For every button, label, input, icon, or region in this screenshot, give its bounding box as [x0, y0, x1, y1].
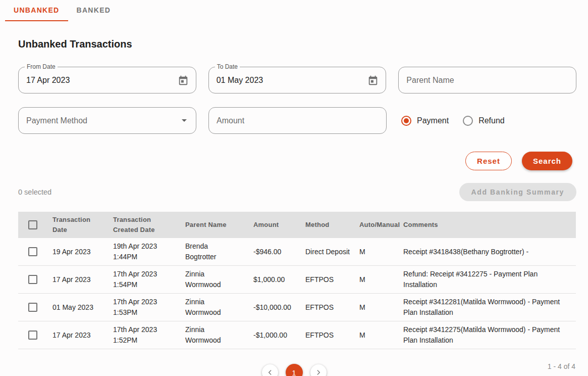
cell-created-date: 17th Apr 2023 1:53PM — [113, 294, 185, 321]
tab-unbanked[interactable]: UNBANKED — [5, 0, 68, 21]
cell-created-date: 17th Apr 2023 1:54PM — [113, 266, 185, 294]
next-page-button[interactable] — [310, 364, 327, 376]
cell-parent-name: Zinnia Wormwood — [185, 321, 253, 349]
cell-created-date: 17th Apr 2023 1:52PM — [113, 321, 185, 349]
cell-comments: Receipt #3412275(Matilda Wormwood) - Pay… — [403, 321, 576, 349]
cell-auto-manual: M — [359, 238, 403, 266]
filter-actions: Reset Search — [0, 152, 572, 170]
chevron-down-icon[interactable] — [182, 119, 187, 122]
cell-method: EFTPOS — [305, 321, 359, 349]
column-auto-manual: Auto/Manual — [359, 212, 403, 238]
cell-parent-name: Zinnia Wormwood — [185, 266, 253, 294]
column-parent-name: Parent Name — [185, 212, 253, 238]
cell-amount: $1,000.00 — [253, 266, 305, 294]
calendar-icon[interactable] — [367, 75, 379, 86]
cell-method: Direct Deposit — [305, 238, 359, 266]
tab-banked[interactable]: BANKED — [68, 0, 120, 21]
column-method: Method — [305, 212, 359, 238]
radio-unselected-icon[interactable] — [463, 116, 473, 126]
amount-field[interactable] — [208, 107, 387, 134]
parent-name-field[interactable] — [398, 67, 576, 93]
cell-transaction-date: 01 May 2023 — [52, 294, 113, 321]
cell-parent-name: Zinnia Wormwood — [185, 294, 253, 321]
reset-button[interactable]: Reset — [465, 152, 512, 170]
filter-panel: From Date To Date Payment Method — [18, 67, 576, 134]
cell-comments: Receipt #3412281(Matilda Wormwood) - Pay… — [403, 294, 576, 321]
chevron-left-icon — [266, 369, 274, 376]
calendar-icon[interactable] — [178, 75, 189, 86]
select-all-checkbox[interactable] — [28, 220, 37, 229]
radio-refund-label: Refund — [478, 116, 505, 125]
payment-method-label: Payment Method — [26, 116, 182, 125]
transaction-type-radio-group: Payment Refund — [399, 107, 505, 134]
cell-method: EFTPOS — [305, 294, 359, 321]
cell-auto-manual: M — [359, 321, 403, 349]
current-page-button[interactable]: 1 — [286, 364, 303, 376]
table-row: 17 Apr 2023 17th Apr 2023 1:54PM Zinnia … — [18, 266, 576, 294]
transactions-table: Transaction Date Transaction Created Dat… — [18, 212, 576, 349]
table-header-row: Transaction Date Transaction Created Dat… — [18, 212, 576, 238]
radio-payment-label: Payment — [417, 116, 449, 125]
cell-amount: -$1,000.00 — [253, 321, 305, 349]
radio-refund[interactable]: Refund — [463, 116, 505, 126]
add-banking-summary-button[interactable]: Add Banking Summary — [459, 183, 576, 201]
previous-page-button[interactable] — [262, 364, 278, 376]
from-date-field[interactable]: From Date — [18, 67, 196, 93]
row-checkbox[interactable] — [28, 303, 37, 312]
cell-auto-manual: M — [359, 294, 403, 321]
column-transaction-date: Transaction Date — [52, 212, 113, 238]
row-checkbox[interactable] — [28, 331, 37, 340]
cell-transaction-date: 17 Apr 2023 — [52, 266, 113, 294]
to-date-label: To Date — [215, 63, 240, 70]
cell-created-date: 19th Apr 2023 1:44PM — [113, 238, 185, 266]
cell-amount: -$10,000.00 — [253, 294, 305, 321]
parent-name-input[interactable] — [406, 76, 569, 85]
column-comments: Comments — [403, 212, 576, 238]
cell-comments: Receipt #3418438(Bethany Bogtrotter) - — [403, 238, 576, 266]
page-title: Unbanked Transactions — [18, 38, 588, 50]
cell-transaction-date: 19 Apr 2023 — [52, 238, 113, 266]
cell-comments: Refund: Receipt #3412275 - Payment Plan … — [403, 266, 576, 294]
pagination: 1 1 - 4 of 4 — [0, 361, 588, 376]
table-row: 19 Apr 2023 19th Apr 2023 1:44PM Brenda … — [18, 238, 576, 266]
from-date-input[interactable] — [26, 76, 178, 85]
amount-input[interactable] — [217, 116, 379, 125]
cell-amount: -$946.00 — [253, 238, 305, 266]
tab-bar: UNBANKED BANKED — [5, 0, 588, 21]
to-date-input[interactable] — [217, 76, 368, 85]
payment-method-select[interactable]: Payment Method — [18, 107, 196, 134]
to-date-field[interactable]: To Date — [208, 67, 387, 93]
row-checkbox[interactable] — [28, 275, 37, 284]
cell-transaction-date: 17 Apr 2023 — [52, 321, 113, 349]
pagination-range-label: 1 - 4 of 4 — [548, 362, 575, 370]
cell-auto-manual: M — [359, 266, 403, 294]
from-date-label: From Date — [25, 63, 58, 70]
column-created-date: Transaction Created Date — [113, 212, 185, 238]
row-checkbox[interactable] — [28, 247, 37, 256]
cell-parent-name: Brenda Bogtrotter — [185, 238, 253, 266]
column-amount: Amount — [253, 212, 305, 238]
selected-count: 0 selected — [18, 188, 51, 196]
search-button[interactable]: Search — [522, 152, 572, 170]
selection-toolbar: 0 selected Add Banking Summary — [18, 182, 576, 201]
table-row: 17 Apr 2023 17th Apr 2023 1:52PM Zinnia … — [18, 321, 576, 349]
cell-method: EFTPOS — [305, 266, 359, 294]
table-row: 01 May 2023 17th Apr 2023 1:53PM Zinnia … — [18, 294, 576, 321]
chevron-right-icon — [315, 369, 322, 376]
radio-payment[interactable]: Payment — [401, 116, 449, 126]
radio-selected-icon[interactable] — [401, 116, 411, 126]
